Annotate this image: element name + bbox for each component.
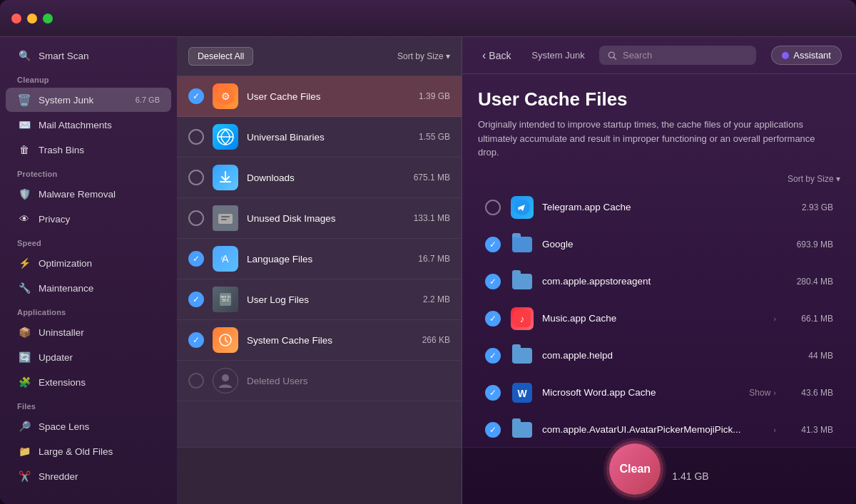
svg-rect-5: [221, 216, 230, 217]
sidebar-item-label: Privacy: [39, 214, 70, 225]
svg-line-15: [614, 57, 616, 59]
check-circle[interactable]: [188, 210, 204, 226]
clean-button[interactable]: Clean: [609, 443, 661, 495]
back-button[interactable]: ‹ Back: [477, 46, 516, 65]
file-item-universal-binaries[interactable]: Universal Binaries 1.55 GB: [177, 117, 462, 158]
search-bar[interactable]: [599, 46, 756, 65]
downloads-icon: [213, 165, 238, 190]
cache-check[interactable]: [485, 237, 501, 252]
check-circle[interactable]: [188, 88, 204, 104]
file-item-language-files[interactable]: Aa Language Files 16.7 MB: [177, 239, 462, 279]
sidebar-item-updater[interactable]: 🔄 Updater: [6, 345, 171, 369]
sidebar-item-label: System Junk: [39, 95, 93, 106]
file-name: Language Files: [247, 254, 418, 264]
assistant-dot-icon: [782, 52, 789, 59]
sidebar-item-malware-removal[interactable]: 🛡️ Malware Removal: [6, 182, 171, 206]
cache-item-telegram[interactable]: Telegram.app Cache 2.93 GB: [478, 190, 840, 225]
sidebar-item-privacy[interactable]: 👁 Privacy: [6, 207, 171, 231]
system-cache-icon: [213, 327, 238, 353]
space-lens-icon: 🔎: [17, 419, 31, 433]
file-item-deleted-users[interactable]: Deleted Users: [177, 361, 462, 401]
sidebar-item-extensions[interactable]: 🧩 Extensions: [6, 370, 171, 394]
uninstaller-icon: 📦: [17, 325, 31, 339]
sidebar-item-maintenance[interactable]: 🔧 Maintenance: [6, 276, 171, 300]
traffic-lights: [11, 14, 53, 24]
sidebar-item-uninstaller[interactable]: 📦 Uninstaller: [6, 320, 171, 344]
cache-name: com.apple.appstoreagent: [542, 276, 783, 287]
cache-check[interactable]: [485, 422, 501, 438]
word-show-label: Show: [749, 388, 770, 398]
right-sort-by[interactable]: Sort by Size ▾: [478, 174, 840, 184]
assistant-label: Assistant: [793, 50, 831, 61]
cache-item-avatarui[interactable]: com.apple.AvatarUI.AvatarPickerMemojiPic…: [478, 412, 840, 448]
cache-check[interactable]: [485, 200, 501, 215]
sidebar-item-shredder[interactable]: ✂️ Shredder: [6, 464, 171, 488]
system-junk-icon: 🗑️: [17, 93, 31, 107]
search-input[interactable]: [623, 50, 748, 61]
check-circle[interactable]: [188, 332, 204, 348]
deselect-all-button[interactable]: Deselect All: [188, 47, 253, 66]
sidebar-item-space-lens[interactable]: 🔎 Space Lens: [6, 414, 171, 438]
cache-name: Google: [542, 239, 783, 250]
file-list: ⚙ User Cache Files 1.39 GB Universal Bin…: [177, 76, 462, 447]
sidebar-item-system-junk[interactable]: 🗑️ System Junk 6.7 GB: [6, 88, 171, 112]
cache-item-appstoreagent[interactable]: com.apple.appstoreagent 280.4 MB: [478, 264, 840, 299]
right-bottom-bar: Clean 1.41 GB: [462, 447, 856, 504]
file-name: Deleted Users: [247, 376, 450, 386]
file-item-unused-disk-images[interactable]: Unused Disk Images 133.1 MB: [177, 198, 462, 239]
cache-size: 2.93 GB: [783, 202, 833, 212]
file-name: Universal Binaries: [247, 132, 419, 143]
malware-icon: 🛡️: [17, 187, 31, 201]
sidebar-item-trash-bins[interactable]: 🗑 Trash Bins: [6, 138, 171, 162]
extensions-icon: 🧩: [17, 375, 31, 389]
cache-check[interactable]: [485, 348, 501, 364]
cache-item-google[interactable]: Google 693.9 MB: [478, 227, 840, 262]
user-cache-icon: ⚙: [213, 83, 238, 109]
check-circle[interactable]: [188, 373, 204, 389]
word-icon: W: [511, 381, 534, 404]
cache-size: 44 MB: [783, 351, 833, 361]
cache-list: Telegram.app Cache 2.93 GB Google 693.9 …: [478, 190, 840, 448]
sidebar-item-large-old-files[interactable]: 📁 Large & Old Files: [6, 439, 171, 463]
svg-text:56  0: 56 0: [222, 298, 229, 302]
sidebar-item-smart-scan[interactable]: 🔍 Smart Scan: [6, 43, 171, 68]
sidebar-item-optimization[interactable]: ⚡ Optimization: [6, 251, 171, 275]
check-circle[interactable]: [188, 292, 204, 307]
large-files-icon: 📁: [17, 444, 31, 458]
cache-check[interactable]: [485, 385, 501, 401]
back-label: Back: [489, 50, 511, 61]
protection-section-label: Protection: [0, 163, 177, 181]
file-item-user-cache[interactable]: ⚙ User Cache Files 1.39 GB: [177, 76, 462, 117]
cache-item-helpd[interactable]: com.apple.helpd 44 MB: [478, 338, 840, 374]
cache-item-music[interactable]: ♪ Music.app Cache › 66.1 MB: [478, 301, 840, 336]
language-files-icon: Aa: [213, 246, 238, 272]
sidebar-item-label: Shredder: [39, 471, 78, 482]
word-chevron-icon: ›: [773, 389, 776, 397]
files-section-label: Files: [0, 395, 177, 413]
minimize-button[interactable]: [27, 14, 37, 24]
cache-item-word[interactable]: W Microsoft Word.app Cache Show › 43.6 M…: [478, 375, 840, 411]
cache-size: 43.6 MB: [783, 388, 833, 398]
right-panel: ‹ Back System Junk Assistant: [462, 37, 856, 504]
sidebar-item-mail-attachments[interactable]: ✉️ Mail Attachments: [6, 113, 171, 137]
sidebar-item-label: Space Lens: [39, 421, 89, 432]
sidebar-item-label: Maintenance: [39, 283, 93, 294]
smart-scan-icon: 🔍: [17, 48, 31, 63]
middle-panel-header: Deselect All Sort by Size ▾: [177, 37, 462, 76]
check-circle[interactable]: [188, 170, 204, 185]
maximize-button[interactable]: [43, 14, 53, 24]
file-item-downloads[interactable]: Downloads 675.1 MB: [177, 158, 462, 198]
right-header: ‹ Back System Junk Assistant: [462, 37, 856, 74]
close-button[interactable]: [11, 14, 21, 24]
assistant-button[interactable]: Assistant: [771, 46, 842, 65]
middle-sort-by[interactable]: Sort by Size ▾: [397, 51, 450, 61]
cache-check[interactable]: [485, 274, 501, 289]
check-circle[interactable]: [188, 129, 204, 145]
file-item-system-cache[interactable]: System Cache Files 266 KB: [177, 320, 462, 361]
avatarui-chevron-icon: ›: [773, 426, 776, 434]
check-circle[interactable]: [188, 251, 204, 267]
cache-check[interactable]: [485, 311, 501, 326]
system-junk-badge: 6.7 GB: [136, 96, 160, 104]
file-item-user-log-files[interactable]: tem lo56 0 User Log Files 2.2 MB: [177, 279, 462, 320]
disk-images-icon: [213, 205, 238, 231]
